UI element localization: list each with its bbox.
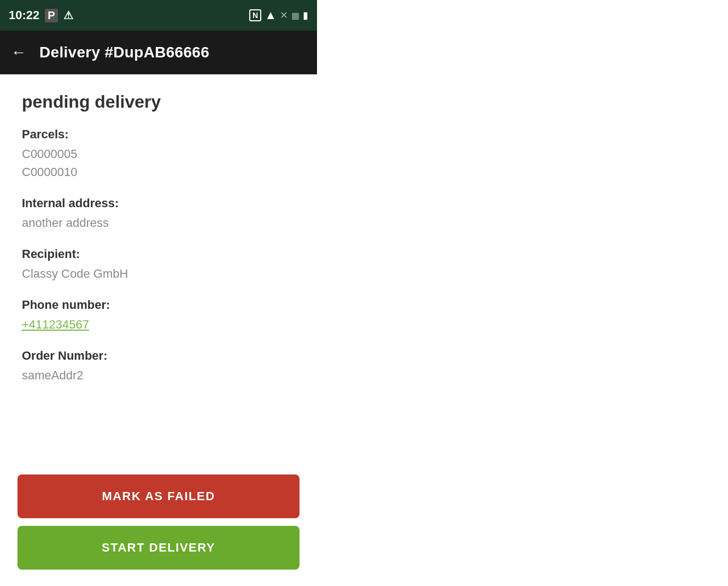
recipient-value: Classy Code GmbH (22, 265, 295, 283)
start-delivery-button[interactable]: START DELIVERY (17, 526, 300, 570)
content-area: pending delivery Parcels: C0000005 C0000… (0, 74, 317, 417)
sim-icon: ▦ (291, 10, 300, 21)
app-header: ← Delivery #DupAB66666 (0, 31, 317, 74)
warning-icon: ⚠ (63, 9, 73, 22)
phone-section: Phone number: +411234567 (22, 298, 295, 333)
header-title: Delivery #DupAB66666 (39, 44, 209, 61)
wifi-icon: ▲ (265, 8, 277, 22)
phone-value[interactable]: +411234567 (22, 315, 295, 333)
signal-off-icon: ✕ (280, 9, 288, 21)
phone-frame: 10:22 P ⚠ N ▲ ✕ ▦ ▮ ← Delivery #DupAB666… (0, 0, 317, 586)
phone-label: Phone number: (22, 298, 295, 312)
parking-icon: P (45, 9, 57, 22)
parcels-label: Parcels: (22, 127, 295, 142)
parcel-value-2: C0000010 (22, 163, 295, 181)
recipient-label: Recipient: (22, 247, 295, 261)
battery-icon: ▮ (303, 9, 308, 21)
status-bar-left: 10:22 P ⚠ (9, 8, 73, 22)
recipient-section: Recipient: Classy Code GmbH (22, 247, 295, 283)
parcels-section: Parcels: C0000005 C0000010 (22, 127, 295, 181)
internal-address-label: Internal address: (22, 196, 295, 210)
order-number-section: Order Number: sameAddr2 (22, 349, 295, 384)
page-title: pending delivery (22, 92, 295, 112)
parcel-value-1: C0000005 (22, 145, 295, 163)
bottom-buttons: MARK AS FAILED START DELIVERY (0, 474, 317, 570)
status-bar-right: N ▲ ✕ ▦ ▮ (249, 8, 308, 22)
internal-address-section: Internal address: another address (22, 196, 295, 232)
back-button[interactable]: ← (11, 45, 26, 60)
mark-as-failed-button[interactable]: MARK AS FAILED (17, 474, 300, 518)
nfc-icon: N (249, 9, 261, 21)
status-time: 10:22 (9, 8, 39, 22)
status-bar: 10:22 P ⚠ N ▲ ✕ ▦ ▮ (0, 0, 317, 31)
internal-address-value: another address (22, 214, 295, 232)
order-number-label: Order Number: (22, 349, 295, 363)
order-number-value: sameAddr2 (22, 366, 295, 384)
